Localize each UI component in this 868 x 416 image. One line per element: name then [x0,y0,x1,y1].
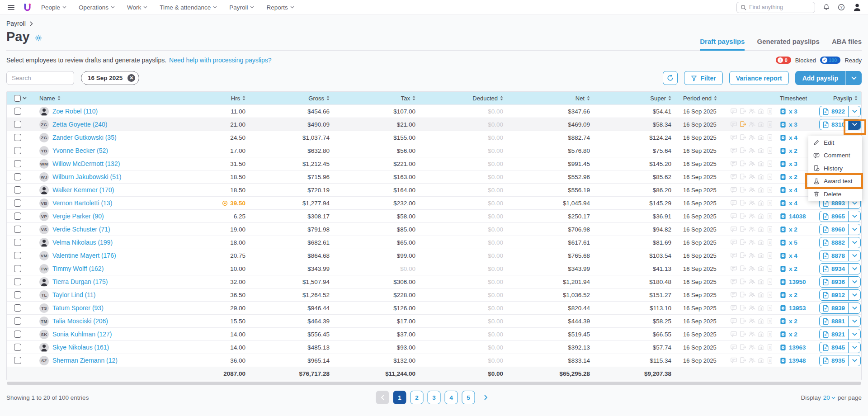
row-checkbox[interactable] [14,186,21,194]
header-net[interactable]: Net [503,95,590,102]
tab-aba-files[interactable]: ABA files [832,38,862,51]
payslip-link[interactable]: 8936 [820,277,848,287]
transfer-icon[interactable] [739,252,746,259]
employee-link[interactable]: Yvonne Becker (52) [52,147,108,154]
bank-icon[interactable] [757,344,764,351]
payslip-dropdown-chevron[interactable] [848,251,860,261]
transfer-icon[interactable] [739,134,746,141]
bank-icon[interactable] [757,173,764,180]
timesheet-link[interactable]: x 2 [773,288,815,301]
refresh-button[interactable] [663,71,678,85]
bank-icon[interactable] [757,186,764,194]
previous-page-button[interactable] [376,391,389,404]
row-checkbox[interactable] [14,147,21,154]
row-checkbox[interactable] [14,160,21,167]
date-filter-chip[interactable]: 16 Sep 2025 ✕ [81,71,139,85]
employee-link[interactable]: Velma Nikolaus (199) [52,239,113,246]
per-page-dropdown[interactable]: 20 [823,394,835,401]
row-checkbox[interactable] [14,278,21,285]
bank-icon[interactable] [757,121,764,128]
row-checkbox[interactable] [14,213,21,220]
people-icon[interactable] [748,199,755,207]
transfer-icon[interactable] [739,278,746,285]
bank-icon[interactable] [757,134,764,141]
comment-icon[interactable] [730,108,737,115]
tab-draft-payslips[interactable]: Draft payslips [700,38,745,51]
timesheet-link[interactable]: x 3 [773,105,815,118]
clear-date-filter-icon[interactable]: ✕ [127,74,135,82]
row-checkbox[interactable] [14,252,21,259]
people-icon[interactable] [748,186,755,194]
employee-link[interactable]: Vernon Bartoletti (13) [52,199,112,207]
bank-icon[interactable] [757,331,764,338]
employee-link[interactable]: Sonia Kuhlman (127) [52,331,112,338]
filter-button[interactable]: Filter [684,71,722,85]
timesheet-link[interactable]: 13963 [773,341,815,354]
transfer-icon[interactable] [739,199,746,207]
transfer-icon[interactable] [739,265,746,272]
timesheet-link[interactable]: 13948 [773,354,815,367]
payslip-link[interactable]: 8922 [820,106,848,117]
menu-item-reports[interactable]: Reports [266,4,294,11]
comment-icon[interactable] [730,186,737,194]
comment-icon[interactable] [730,239,737,246]
timesheet-link[interactable]: x 2 [773,315,815,327]
transfer-icon[interactable] [739,213,746,220]
bank-icon[interactable] [757,147,764,154]
row-checkbox[interactable] [14,331,21,338]
payslip-dropdown-chevron[interactable] [848,303,860,313]
payslip-dropdown-chevron[interactable] [848,277,860,287]
settings-gear-icon[interactable] [35,34,42,42]
people-icon[interactable] [748,108,755,115]
bank-icon[interactable] [757,291,764,298]
add-payslip-button[interactable]: Add payslip [795,71,845,85]
header-deducted[interactable]: Deducted [415,95,503,102]
comment-icon[interactable] [730,278,737,285]
bank-icon[interactable] [757,226,764,233]
row-checkbox[interactable] [14,134,21,141]
notifications-bell-icon[interactable] [823,4,830,11]
people-icon[interactable] [748,173,755,180]
people-icon[interactable] [748,278,755,285]
employee-link[interactable]: Tierra Durgan (175) [52,278,108,285]
comment-icon[interactable] [730,134,737,141]
row-checkbox[interactable] [14,344,21,351]
bank-icon[interactable] [757,213,764,220]
payslip-link[interactable]: 8935 [820,355,848,366]
bank-icon[interactable] [757,239,764,246]
header-period-end[interactable]: Period end [671,95,726,102]
bank-icon[interactable] [757,252,764,259]
timesheet-link[interactable]: 13950 [773,275,815,288]
people-icon[interactable] [748,226,755,233]
add-payslip-dropdown[interactable] [845,71,862,85]
menu-item-edit[interactable]: Edit [808,136,862,149]
row-checkbox[interactable] [14,121,21,128]
menu-item-comment[interactable]: Comment [808,149,862,162]
employee-link[interactable]: Zoe Robel (110) [52,108,98,115]
bank-icon[interactable] [757,160,764,167]
page-button-4[interactable]: 4 [445,391,458,404]
payslip-link[interactable]: 8960 [820,224,848,235]
payslip-dropdown-chevron[interactable] [848,290,860,300]
tab-generated-payslips[interactable]: Generated payslips [757,38,819,51]
payslip-link[interactable]: 8912 [820,290,848,300]
payslip-link[interactable]: 8945 [820,342,848,353]
table-search-input[interactable] [6,71,74,85]
comment-icon[interactable] [730,173,737,180]
app-logo[interactable] [23,3,32,12]
select-all-dropdown-icon[interactable] [23,97,27,99]
menu-item-time-attendance[interactable]: Time & attendance [160,4,217,11]
employee-link[interactable]: Skye Nikolaus (161) [52,344,109,351]
comment-icon[interactable] [730,226,737,233]
row-checkbox[interactable] [14,317,21,325]
transfer-icon[interactable] [739,304,746,312]
payslip-dropdown-chevron[interactable] [848,211,860,222]
header-hrs[interactable]: Hrs [202,95,245,102]
transfer-icon[interactable] [739,186,746,194]
horizontal-scrollbar[interactable] [7,382,861,385]
row-checkbox[interactable] [14,239,21,246]
transfer-icon[interactable] [739,291,746,298]
row-checkbox[interactable] [14,226,21,233]
comment-icon[interactable] [730,199,737,207]
payslip-link[interactable]: 8934 [820,264,848,274]
